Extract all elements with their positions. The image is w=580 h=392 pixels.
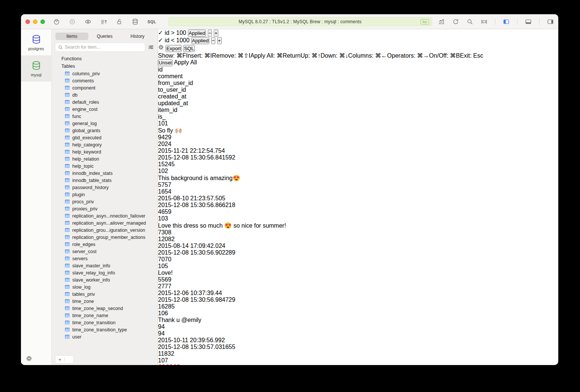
connection-postgres[interactable]: postgres [21,29,51,55]
add-filter-button[interactable]: + [217,37,222,44]
lock-icon[interactable] [116,18,123,25]
sidebar-table-item[interactable]: global_grants [56,127,158,134]
sidebar-table-item[interactable]: password_history [56,184,158,191]
remove-filter-button[interactable]: − [211,37,216,44]
table-cell[interactable]: 2015-11-21 22:12:54.754 [158,148,483,154]
table-row[interactable]: 106Thank u @emily94942015-10-11 20:39:56… [158,310,483,357]
filter-settings-gear-icon[interactable] [158,44,164,50]
sidebar-table-item[interactable]: gtid_executed [56,134,158,141]
table-cell[interactable]: Thank u @emily [158,317,483,323]
sidebar-table-item[interactable]: default_roles [56,98,158,106]
table-cell[interactable]: 2015-12-08 15:30:56.902289 [158,249,483,256]
search-input[interactable]: Search for item... [55,43,145,51]
table-cell[interactable]: 2777 [158,283,483,290]
sql-editor-button[interactable]: SQL [148,19,156,24]
database-icon[interactable] [132,18,139,25]
sidebar-table-item[interactable]: server_cost [56,248,158,255]
sidebar-table-item[interactable]: help_category [56,141,158,148]
table-cell[interactable]: 94 [158,323,483,330]
sidebar-table-item[interactable]: help_topic [56,162,158,170]
tab-items[interactable]: Items [55,33,88,40]
table-cell[interactable]: 4659 [158,209,483,215]
sidebar-table-item[interactable]: engine_cost [56,106,158,113]
sidebar-table-item[interactable]: innodb_index_stats [56,170,158,177]
table-cell[interactable]: 2015-12-08 15:30:56.866218 [158,202,483,209]
close-window-button[interactable] [25,19,30,24]
sidebar-table-item[interactable]: tables_priv [56,291,158,298]
sidebar-table-item[interactable]: slave_relay_log_info [56,269,158,276]
table-cell[interactable]: 94 [158,330,483,337]
table-cell[interactable]: 1654 [158,188,483,195]
table-cell[interactable]: 2015-10-11 20:39:56.992 [158,337,483,344]
fit-width-icon[interactable] [481,18,488,25]
sidebar-table-item[interactable]: proxies_priv [56,205,158,212]
filter-column-select[interactable]: id [165,30,169,36]
table-cell[interactable]: 2024 [158,141,483,148]
applied-button[interactable]: Applied [188,30,206,37]
search-icon[interactable] [467,18,473,25]
tree-group-functions[interactable]: Functions [56,55,158,63]
table-cell[interactable]: 105 [158,263,483,270]
minimize-window-button[interactable] [33,19,37,24]
sidebar-table-item[interactable]: time_zone_transition_type [56,326,158,333]
sidebar-table-item[interactable]: replication_group_member_actions [56,234,158,241]
zoom-window-button[interactable] [40,19,45,24]
table-cell[interactable]: 2015-12-08 15:30:57.031655 [158,344,483,350]
sidebar-table-item[interactable]: time_zone_transition [56,319,158,326]
toggle-bottom-panel-icon[interactable] [525,18,532,25]
toggle-left-panel-icon[interactable] [503,18,510,25]
column-header[interactable]: from_user_id [158,80,483,86]
table-cell[interactable]: 2015-08-14 17:09:42.024 [158,243,483,249]
refresh-icon[interactable] [452,18,459,25]
table-cell[interactable]: ❤️❤️❤️ [158,364,483,365]
sql-button[interactable]: SQL [183,45,195,52]
sidebar-table-item[interactable]: replication_grou...iguration_version [56,227,158,234]
table-cell[interactable]: 101 [158,120,483,127]
sidebar-table-item[interactable]: innodb_table_stats [56,177,158,184]
sidebar-table-item[interactable]: func [56,113,158,120]
sidebar-table-item[interactable]: role_edges [56,241,158,248]
eye-icon[interactable] [85,18,91,25]
sidebar-table-item[interactable]: plugin [56,191,158,198]
table-row[interactable]: 103Love this dress so much 😍 so nice for… [158,215,483,263]
table-cell[interactable]: 11832 [158,350,483,357]
filter-enabled-checkbox[interactable]: ✓ [158,30,163,36]
sidebar-table-item[interactable]: help_relation [56,155,158,162]
table-cell[interactable]: 12082 [158,236,483,243]
chart-icon[interactable] [438,18,445,25]
sidebar-table-item[interactable]: procs_priv [56,198,158,205]
toggle-right-panel-icon[interactable] [547,18,554,25]
sidebar-table-item[interactable]: comments [56,77,158,84]
filter-value-input[interactable]: 1000 [176,37,190,43]
table-cell[interactable]: This background is amazing😍 [158,174,483,182]
log-list-icon[interactable] [100,18,107,25]
sidebar-table-item[interactable]: replication_asyn...nnection_failover [56,212,158,219]
filter-value-input[interactable]: 100 [176,30,186,36]
table-cell[interactable]: 106 [158,310,483,317]
sidebar-table-item[interactable]: slave_master_info [56,262,158,269]
sidebar-table-item[interactable]: time_zone_name [56,312,158,319]
table-cell[interactable]: 107 [158,357,483,364]
disconnect-icon[interactable] [69,18,76,25]
add-item-dropdown[interactable] [65,358,73,361]
table-cell[interactable]: 2015-12-08 15:30:56.984729 [158,297,483,303]
table-cell[interactable]: So fly 🙌🏼 [158,127,483,134]
column-header[interactable]: is_ [158,113,483,120]
sidebar-table-item[interactable]: time_zone_leap_second [56,305,158,312]
apply-all-dropdown[interactable] [198,59,201,66]
tab-queries[interactable]: Queries [88,33,121,40]
sidebar-table-item[interactable]: help_keyword [56,148,158,155]
filter-column-select[interactable]: id [165,37,169,43]
connection-icon[interactable] [53,18,60,25]
table-cell[interactable]: 2015-12-08 15:30:56.841592 [158,154,483,161]
table-cell[interactable]: Love this dress so much 😍 so nice for su… [158,222,483,229]
column-header[interactable]: updated_at [158,100,483,107]
sidebar-table-item[interactable]: general_log [56,120,158,127]
table-row[interactable]: 102This background is amazing😍5757165420… [158,168,483,215]
apply-all-button[interactable]: Apply All [174,59,201,66]
table-row[interactable]: 105Love!556927772015-12-06 10:37:39.4420… [158,263,483,310]
sidebar-table-item[interactable]: servers [56,255,158,262]
table-cell[interactable]: 103 [158,215,483,222]
table-cell[interactable]: 7308 [158,229,483,236]
column-header[interactable]: comment [158,73,483,80]
